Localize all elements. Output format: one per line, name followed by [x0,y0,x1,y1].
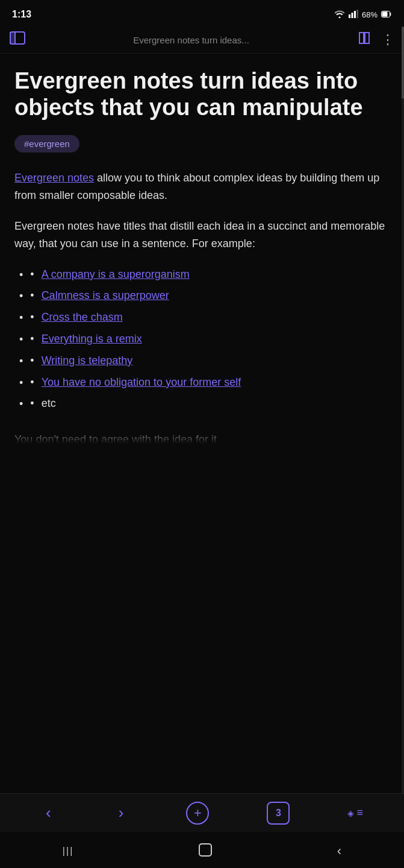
bullet-link-3[interactable]: Cross the chasm [42,309,123,326]
battery-level: 68% [362,10,378,19]
list-item: • Calmness is a superpower [19,287,390,305]
home-button[interactable] [199,843,212,860]
svg-rect-10 [199,844,211,856]
status-time: 1:13 [12,9,31,20]
paragraph-2: Evergreen notes have titles that distill… [14,218,390,253]
nav-add-button[interactable]: + [186,802,209,825]
list-item-etc: • etc [19,395,390,413]
scrollbar-track[interactable] [402,27,404,825]
more-options-icon[interactable]: ⋮ [381,32,394,48]
list-item: • A company is a superorganism [19,266,390,284]
recents-button[interactable]: ||| [63,846,73,857]
svg-rect-0 [349,14,350,18]
toolbar: Evergreen notes turn ideas... ⋮ [0,27,404,54]
svg-rect-7 [10,32,15,44]
bullet-link-4[interactable]: Everything is a remix [42,330,142,348]
diamond-icon: ◈ [347,808,354,818]
list-lines-icon: ≡ [356,807,363,819]
list-item: • Cross the chasm [19,309,390,327]
book-icon[interactable] [357,31,371,48]
bullet-link-5[interactable]: Writing is telepathy [42,352,133,370]
toolbar-title: Evergreen notes turn ideas... [33,35,350,45]
tag-evergreen[interactable]: #evergreen [14,135,79,153]
toolbar-actions: ⋮ [357,31,394,48]
list-item: • Writing is telepathy [19,352,390,370]
bullet-link-6[interactable]: You have no obligation to your former se… [42,374,241,391]
bullet-list: • A company is a superorganism • Calmnes… [19,266,390,414]
nav-back-button[interactable]: ‹ [41,801,56,825]
system-back-button[interactable]: ‹ [337,843,341,859]
signal-icon [349,10,358,20]
bullet-link-1[interactable]: A company is a superorganism [42,266,190,283]
list-item: • You have no obligation to your former … [19,374,390,392]
paragraph-1: Evergreen notes allow you to think about… [14,169,390,204]
bullet-dot: • [30,352,34,370]
bullet-link-2[interactable]: Calmness is a superpower [42,287,169,304]
evergreen-notes-link[interactable]: Evergreen notes [14,172,94,184]
system-nav: ||| ‹ [0,834,404,868]
bullet-dot: • [30,374,34,391]
list-item: • Everything is a remix [19,330,390,348]
bullet-dot: • [30,309,34,326]
scrollbar-thumb[interactable] [402,27,404,99]
status-bar: 1:13 68% [0,0,404,27]
battery-icon [381,10,392,19]
bottom-nav: ‹ › + 3 ◈ ≡ [0,793,404,832]
nav-count-button[interactable]: 3 [267,802,290,825]
wifi-icon [334,10,345,20]
status-icons: 68% [334,10,392,20]
count-label: 3 [276,808,281,819]
page-title: Evergreen notes turn ideas into objects … [14,68,390,121]
bullet-dot: • [30,330,34,348]
etc-text: etc [42,395,56,412]
bullet-dot: • [30,287,34,304]
main-content: Evergreen notes turn ideas into objects … [0,54,404,448]
bullet-dot: • [30,266,34,283]
nav-forward-button[interactable]: › [114,801,129,825]
nav-list-button[interactable]: ◈ ≡ [347,807,363,819]
fade-paragraph: You don't need to agree with the idea fo… [14,425,390,448]
bullet-dot: • [30,395,34,412]
svg-rect-5 [382,11,388,16]
svg-rect-1 [351,13,353,18]
plus-icon: + [194,805,202,821]
svg-rect-2 [354,11,356,18]
sidebar-icon[interactable] [10,31,25,48]
svg-rect-3 [356,10,358,18]
